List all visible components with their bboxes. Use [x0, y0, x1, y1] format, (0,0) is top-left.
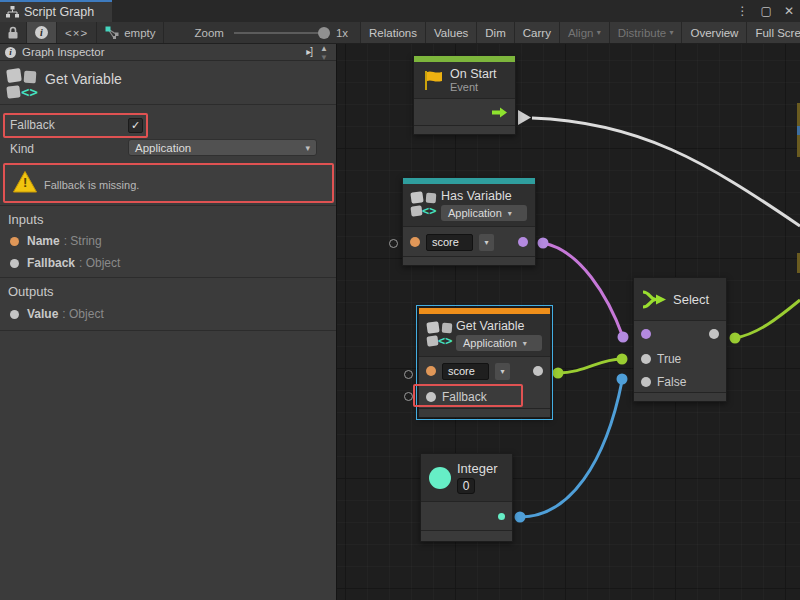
- divider: [0, 205, 336, 206]
- variable-kind-dropdown[interactable]: Application ▾: [456, 335, 542, 351]
- integer-value-field[interactable]: 0: [457, 478, 475, 494]
- outputs-section-title: Outputs: [8, 284, 54, 299]
- node-has-variable[interactable]: <> Has Variable Application ▾ score ▾: [402, 177, 536, 266]
- kind-value: Application: [135, 142, 191, 154]
- code-view-button[interactable]: <×>: [57, 22, 97, 43]
- chevron-down-icon: ▾: [523, 339, 527, 348]
- unit-header: <> Get Variable: [0, 62, 336, 105]
- graph-inspector-header: i Graph Inspector ▸] ▲ ▼: [0, 44, 336, 61]
- maximize-icon[interactable]: ▢: [761, 4, 772, 18]
- lock-button[interactable]: [0, 22, 27, 43]
- scroll-down-icon[interactable]: ▼: [320, 53, 328, 62]
- value-output-port[interactable]: [533, 366, 543, 376]
- info-icon: i: [5, 47, 16, 58]
- name-input-port[interactable]: [410, 237, 420, 247]
- check-icon: ✓: [131, 119, 140, 131]
- node-title: Select: [673, 292, 709, 307]
- zoom-value: 1x: [336, 27, 348, 39]
- node-subtitle: Event: [450, 81, 497, 93]
- zoom-slider[interactable]: [234, 32, 324, 34]
- selection-status: empty: [97, 22, 164, 43]
- divider: [0, 330, 336, 331]
- graph-inspector-panel: i Graph Inspector ▸] ▲ ▼ <> Get Variable…: [0, 44, 337, 600]
- variable-picker-button[interactable]: ▾: [495, 363, 510, 380]
- window-menu-icon[interactable]: ⋮: [737, 4, 749, 18]
- carry-button[interactable]: Carry: [515, 22, 560, 43]
- graph-node-icon: [105, 26, 119, 39]
- integer-literal-icon: [429, 467, 451, 489]
- chevron-down-icon: ▾: [669, 28, 673, 37]
- fallback-checkbox[interactable]: ✓: [128, 118, 143, 133]
- distribute-dropdown[interactable]: Distribute ▾: [610, 22, 683, 43]
- graph-canvas[interactable]: [337, 44, 800, 600]
- values-button[interactable]: Values: [426, 22, 477, 43]
- align-dropdown[interactable]: Align ▾: [560, 22, 610, 43]
- dock-icon[interactable]: ▸]: [306, 46, 312, 57]
- node-title: Integer: [457, 461, 497, 476]
- tab-script-graph[interactable]: Script Graph: [0, 0, 112, 22]
- unconnected-port[interactable]: [404, 370, 413, 379]
- selection-label: empty: [124, 27, 155, 39]
- variable-name-field[interactable]: score: [442, 363, 489, 380]
- node-select[interactable]: Select True False: [633, 277, 727, 402]
- relations-button[interactable]: Relations: [360, 22, 426, 43]
- object-port-dot: [10, 310, 19, 319]
- false-input-port[interactable]: [641, 377, 651, 387]
- node-title: Has Variable: [441, 189, 527, 203]
- chevron-down-icon: ▾: [500, 367, 504, 376]
- variable-icon: <>: [7, 68, 43, 102]
- object-port-dot: [10, 259, 19, 268]
- zoom-control: Zoom 1x: [164, 22, 356, 43]
- tab-title: Script Graph: [24, 5, 94, 19]
- warning-text: Fallback is missing.: [44, 179, 139, 191]
- kind-dropdown[interactable]: Application ▾: [128, 139, 317, 156]
- warning-exclamation: !: [23, 175, 27, 190]
- chevron-down-icon: ▾: [484, 238, 488, 247]
- variable-kind-dropdown[interactable]: Application ▾: [441, 205, 527, 221]
- chevron-down-icon: ▾: [508, 209, 512, 218]
- window-controls: ⋮ ▢ ✕: [737, 0, 794, 22]
- flag-icon: [422, 70, 444, 91]
- chevron-down-icon: ▾: [305, 143, 310, 153]
- inputs-section-title: Inputs: [8, 212, 43, 227]
- panel-scroll-arrows[interactable]: ▲ ▼: [316, 44, 332, 64]
- condition-input-port[interactable]: [641, 329, 651, 339]
- scroll-up-icon[interactable]: ▲: [320, 44, 328, 53]
- unconnected-port[interactable]: [404, 392, 413, 401]
- select-merge-icon: [642, 289, 667, 310]
- false-port-label: False: [657, 375, 686, 389]
- variable-icon: <>: [427, 321, 450, 349]
- code-icon: <×>: [65, 27, 88, 39]
- close-icon[interactable]: ✕: [784, 4, 794, 18]
- panel-title: Graph Inspector: [22, 46, 104, 58]
- graph-toolbar: i <×> empty Zoom 1x Relations Values Dim…: [0, 22, 800, 44]
- node-title: On Start: [450, 67, 497, 81]
- inspector-toggle-button[interactable]: i: [27, 22, 57, 43]
- full-screen-button[interactable]: Full Screen: [747, 22, 800, 43]
- true-input-port[interactable]: [641, 354, 651, 364]
- kind-label: Kind: [10, 142, 34, 156]
- unconnected-port[interactable]: [389, 239, 398, 248]
- chevron-down-icon: ▾: [597, 28, 601, 37]
- input-row-fallback: Fallback: Object: [10, 256, 120, 270]
- title-bar: Script Graph ⋮ ▢ ✕: [0, 0, 800, 22]
- integer-output-port[interactable]: [498, 513, 505, 520]
- dim-button[interactable]: Dim: [477, 22, 514, 43]
- string-port-dot: [10, 237, 19, 246]
- output-row-value: Value: Object: [10, 307, 104, 321]
- selection-output-port[interactable]: [709, 329, 719, 339]
- name-input-port[interactable]: [426, 366, 436, 376]
- bool-output-port[interactable]: [518, 237, 528, 247]
- node-on-start[interactable]: On Start Event: [413, 55, 516, 135]
- lock-icon: [7, 26, 19, 39]
- zoom-slider-handle[interactable]: [318, 27, 330, 39]
- variable-picker-button[interactable]: ▾: [479, 234, 494, 251]
- node-integer[interactable]: Integer 0: [420, 453, 513, 542]
- info-icon: i: [35, 26, 48, 39]
- fallback-port-error-highlight: [413, 384, 523, 407]
- overview-button[interactable]: Overview: [682, 22, 747, 43]
- true-port-label: True: [657, 352, 681, 366]
- variable-icon: <>: [411, 191, 435, 219]
- variable-name-field[interactable]: score: [426, 234, 473, 251]
- flow-output-port[interactable]: [491, 107, 508, 118]
